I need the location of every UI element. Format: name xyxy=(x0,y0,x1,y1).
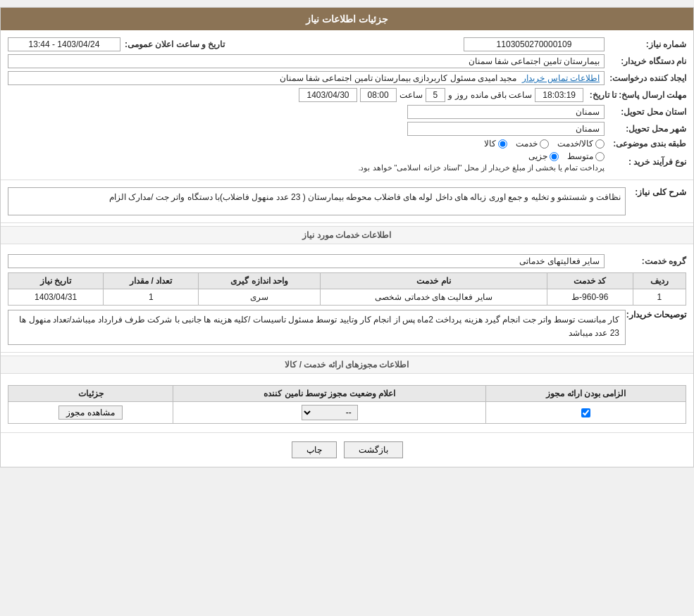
creator-link[interactable]: اطلاعات تماس خریدار xyxy=(522,73,600,83)
deadline-time-label: ساعت xyxy=(399,90,423,100)
action-buttons: بازگشت چاپ xyxy=(1,433,693,467)
city-label: شهر محل تحویل: xyxy=(609,124,686,134)
need-desc-value: نظافت و شستشو و تخلیه و جمع اوری زباله ه… xyxy=(8,187,626,215)
category-kala-radio[interactable] xyxy=(498,139,507,149)
category-kala-khadamat-radio[interactable] xyxy=(595,139,605,149)
service-group-label: گروه خدمت: xyxy=(609,256,686,266)
license-section-header: اطلاعات مجوزهای ارائه خدمت / کالا xyxy=(1,356,693,374)
view-license-button[interactable]: مشاهده مجوز xyxy=(58,406,122,420)
license-details-cell: مشاهده مجوز xyxy=(8,402,173,424)
license-required-checkbox[interactable] xyxy=(581,408,590,417)
creator-value: مجید امیدی مسئول کاربردازی بیمارستان تام… xyxy=(13,73,516,83)
col-name: نام خدمت xyxy=(321,273,547,289)
col-unit: واحد اندازه گیری xyxy=(199,273,321,289)
license-col-required: الزامی بودن ارائه مجوز xyxy=(486,386,686,402)
category-label: طبقه بندی موضوعی: xyxy=(609,139,686,149)
category-kala-khadamat-label: کالا/خدمت xyxy=(557,139,593,149)
cell-unit: سری xyxy=(199,289,321,306)
col-row: ردیف xyxy=(633,273,686,289)
purchase-motavasat-radio[interactable] xyxy=(595,152,605,161)
category-khadamat-radio[interactable] xyxy=(540,139,549,149)
purchase-note: پرداخت تمام یا بخشی از مبلغ خریدار از مح… xyxy=(8,163,605,172)
back-button[interactable]: بازگشت xyxy=(344,441,403,458)
purchase-motavasat-label: متوسط xyxy=(567,151,593,161)
col-qty: تعداد / مقدار xyxy=(104,273,199,289)
need-number-label: شماره نیاز: xyxy=(609,39,686,49)
cell-name: سایر فعالیت های خدماتی شخصی xyxy=(321,289,547,306)
license-row: -- مشاهده مجوز xyxy=(8,402,686,424)
deadline-date-value: 1403/04/30 xyxy=(299,88,357,102)
cell-row: 1 xyxy=(633,289,686,306)
buyer-label: نام دستگاه خریدار: xyxy=(609,56,686,66)
province-label: استان محل تحویل: xyxy=(609,107,686,117)
license-status-cell: -- xyxy=(173,402,486,424)
announce-date-label: تاریخ و ساعت اعلان عمومی: xyxy=(125,39,225,49)
col-code: کد خدمت xyxy=(547,273,633,289)
service-group-value: سایر فعالیتهای خدماتی xyxy=(8,254,605,268)
cell-qty: 1 xyxy=(104,289,199,306)
province-value: سمنان xyxy=(407,105,605,119)
creator-label: ایجاد کننده درخواست: xyxy=(609,73,686,83)
license-table: الزامی بودن ارائه مجوز اعلام وضعیت مجوز … xyxy=(8,385,686,424)
cell-code: 960-96-ط xyxy=(547,289,633,306)
deadline-remaining-label: ساعت باقی مانده xyxy=(471,90,533,100)
license-col-details: جزئیات xyxy=(8,386,173,402)
category-radio-group: کالا/خدمت خدمت کالا xyxy=(484,139,605,149)
need-desc-label: شرح کلی نیاز: xyxy=(630,187,686,197)
purchase-jozi-radio[interactable] xyxy=(550,152,559,161)
service-table: ردیف کد خدمت نام خدمت واحد اندازه گیری ت… xyxy=(8,272,686,306)
print-button[interactable]: چاپ xyxy=(292,441,337,458)
deadline-day-label: روز و xyxy=(448,90,467,100)
category-khadamat-label: خدمت xyxy=(516,139,538,149)
deadline-label: مهلت ارسال پاسخ: تا تاریخ: xyxy=(588,90,686,100)
purchase-type-label: نوع فرآیند خرید : xyxy=(609,157,686,167)
cell-date: 1403/04/31 xyxy=(8,289,104,306)
deadline-days-value: 5 xyxy=(426,88,446,102)
license-col-status: اعلام وضعیت مجوز توسط نامین کننده xyxy=(173,386,486,402)
purchase-jozi-label: جزیی xyxy=(528,151,547,161)
table-row: 1 960-96-ط سایر فعالیت های خدماتی شخصی س… xyxy=(8,289,686,306)
license-status-select[interactable]: -- xyxy=(302,405,358,420)
buyer-value: بیمارستان تامین اجتماعی شفا سمنان xyxy=(8,54,605,68)
deadline-time-value: 08:00 xyxy=(360,88,397,102)
city-value: سمنان xyxy=(407,122,605,136)
page-title: جزئیات اطلاعات نیاز xyxy=(1,8,693,30)
buyer-notes-value: کار مبانست توسط واتر جت انجام گیرد هزینه… xyxy=(8,310,626,345)
service-info-header: اطلاعات خدمات مورد نیاز xyxy=(1,226,693,244)
need-number-value: 1103050270000109 xyxy=(464,37,605,51)
deadline-remaining-value: 18:03:19 xyxy=(535,88,583,102)
category-kala-label: کالا xyxy=(484,139,496,149)
col-date: تاریخ نیاز xyxy=(8,273,104,289)
license-required-cell xyxy=(486,402,686,424)
buyer-notes-label: توصیحات خریدار: xyxy=(630,310,686,320)
announce-date-value: 1403/04/24 - 13:44 xyxy=(8,37,120,51)
